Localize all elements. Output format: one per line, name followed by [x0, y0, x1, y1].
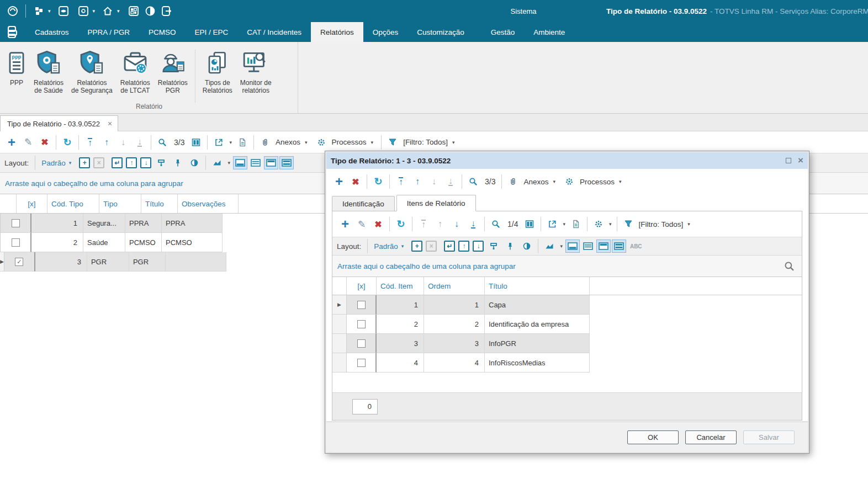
menu-tab-opcoes[interactable]: Opções — [363, 22, 408, 42]
gear-icon[interactable] — [562, 174, 576, 189]
paint-roller-icon[interactable] — [486, 238, 501, 254]
chevron-down-icon[interactable]: ▾ — [609, 221, 612, 227]
chevron-down-icon[interactable]: ▾ — [619, 179, 622, 184]
apps-grid-icon[interactable] — [125, 4, 142, 18]
attachment-icon[interactable] — [506, 174, 520, 189]
paint-roller-icon[interactable] — [154, 155, 168, 171]
menu-tab-ambiente[interactable]: Ambiente — [524, 22, 574, 42]
chevron-down-icon[interactable]: ▾ — [401, 243, 404, 249]
column-header-cod-item[interactable]: Cód. Item — [377, 277, 424, 295]
layout-delete-button[interactable]: × — [93, 157, 104, 168]
ribbon-button-monitor-relatorios[interactable]: Monitor derelatórios — [236, 47, 276, 96]
next-record-button[interactable]: ↓ — [116, 135, 130, 150]
menu-tab-gestao[interactable]: Gestão — [481, 22, 525, 42]
exit-icon[interactable] — [158, 4, 175, 18]
add-button[interactable]: + — [332, 174, 346, 189]
search-button[interactable] — [155, 135, 170, 150]
export-button[interactable] — [545, 216, 559, 232]
last-record-button[interactable]: ↓ — [466, 216, 480, 232]
view-toggle-header[interactable] — [596, 240, 611, 253]
column-header-observacoes[interactable]: Observações — [178, 194, 239, 213]
anexos-label[interactable]: Anexos — [276, 138, 300, 146]
layout-preset-dropdown[interactable]: Padrão — [41, 159, 66, 167]
layout-restore-button[interactable]: ↵ — [112, 157, 123, 168]
close-icon[interactable]: × — [798, 158, 803, 163]
export-button[interactable] — [211, 135, 226, 150]
edit-button[interactable]: ✎ — [21, 135, 35, 150]
row-checkbox[interactable] — [357, 320, 366, 328]
column-header-select[interactable]: [x] — [17, 194, 47, 213]
view-toggle-rows[interactable] — [581, 240, 595, 253]
refresh-button[interactable]: ↻ — [371, 174, 385, 189]
column-header-titulo[interactable]: Título — [141, 194, 178, 213]
search-button[interactable] — [466, 174, 480, 189]
totvs-logo-icon[interactable] — [4, 4, 21, 18]
menu-tab-ppra-pgr[interactable]: PPRA / PGR — [78, 22, 140, 42]
row-checkbox[interactable] — [357, 301, 366, 309]
previous-record-button[interactable]: ↑ — [410, 174, 425, 189]
delete-button[interactable]: ✖ — [38, 135, 52, 150]
chevron-down-icon[interactable]: ▾ — [687, 221, 690, 227]
abc-style-icon[interactable]: ABC — [630, 243, 642, 249]
tab-identificacao[interactable]: Identificação — [332, 196, 395, 211]
delete-button[interactable]: ✖ — [371, 216, 385, 232]
layout-add-button[interactable]: + — [79, 157, 90, 168]
chevron-down-icon[interactable]: ▾ — [452, 140, 455, 145]
ribbon-button-relatorios-pgr[interactable]: RelatóriosPGR — [154, 47, 192, 96]
columns-button[interactable] — [522, 216, 537, 232]
dialog-titlebar[interactable]: Tipo de Relatório: 1 - 3 - 03.9.0522 × — [326, 152, 808, 169]
color-toggle-icon[interactable] — [520, 238, 534, 254]
table-row-current[interactable]: ▶ 1 1 Capa — [332, 295, 590, 315]
layout-download-button[interactable]: ↓ — [473, 241, 484, 252]
view-toggle-header[interactable] — [264, 156, 278, 169]
add-button[interactable]: + — [338, 216, 352, 232]
theme-contrast-icon[interactable] — [142, 4, 158, 18]
last-record-button[interactable]: ↓ — [443, 174, 458, 189]
save-button[interactable]: Salvar — [743, 430, 795, 444]
table-row[interactable]: 4 4 InfoRiscosMedias — [332, 353, 590, 373]
home-icon[interactable] — [99, 4, 116, 18]
row-checkbox[interactable] — [357, 359, 366, 367]
table-row-current[interactable]: ▶ ✓ 3 PGR PGR — [0, 252, 226, 272]
chart-view-button[interactable] — [210, 155, 224, 171]
row-checkbox[interactable] — [357, 339, 366, 348]
ribbon-button-relatorios-seguranca[interactable]: Relatóriosde Segurança — [67, 47, 117, 96]
ribbon-button-relatorios-saude[interactable]: Relatóriosde Saúde — [30, 47, 67, 96]
next-record-button[interactable]: ↓ — [449, 216, 464, 232]
attachment-icon[interactable] — [258, 135, 272, 150]
gear-icon[interactable] — [314, 135, 329, 150]
record-count-box[interactable]: 0 — [352, 399, 378, 414]
table-row[interactable]: 2 2 Identificação da empresa — [332, 315, 590, 334]
pin-icon[interactable] — [171, 155, 185, 171]
view-toggle-bands[interactable] — [279, 156, 294, 169]
chevron-down-icon[interactable]: ▾ — [553, 179, 556, 184]
report-page-button[interactable] — [569, 216, 583, 232]
view-toggle-bands[interactable] — [612, 240, 626, 253]
row-checkbox[interactable] — [12, 219, 20, 227]
tab-itens-de-relatorio[interactable]: Itens de Relatório — [396, 195, 476, 211]
processos-label[interactable]: Processos — [332, 138, 367, 146]
chevron-down-icon[interactable]: ▾ — [117, 8, 120, 14]
filter-label[interactable]: [Filtro: Todos] — [639, 220, 684, 228]
menu-tab-epi-epc[interactable]: EPI / EPC — [186, 22, 238, 42]
layout-delete-button[interactable]: × — [426, 241, 437, 252]
filter-icon[interactable] — [385, 135, 400, 150]
refresh-button[interactable]: ↻ — [60, 135, 75, 150]
column-header-cod-tipo[interactable]: Cód. Tipo — [47, 194, 99, 213]
ribbon-button-ppp[interactable]: ppp PPP — [3, 47, 30, 88]
refresh-window-icon[interactable] — [75, 4, 92, 18]
modules-icon[interactable] — [30, 4, 47, 18]
delete-button[interactable]: ✖ — [348, 174, 363, 189]
menu-tab-customizacao[interactable]: Customização — [407, 22, 474, 42]
column-header-titulo[interactable]: Título — [485, 277, 590, 295]
edit-button[interactable]: ✎ — [354, 216, 369, 232]
view-toggle-rows[interactable] — [248, 156, 263, 169]
columns-button[interactable] — [189, 135, 203, 150]
menu-tab-cat-incidentes[interactable]: CAT / Incidentes — [237, 22, 311, 42]
next-record-button[interactable]: ↓ — [427, 174, 441, 189]
table-row[interactable]: 1 Segura... PPRA PPRA — [0, 214, 226, 233]
layout-restore-button[interactable]: ↵ — [444, 241, 455, 252]
chevron-down-icon[interactable]: ▾ — [563, 221, 565, 227]
maximize-icon[interactable] — [786, 158, 791, 163]
layout-add-button[interactable]: + — [411, 241, 422, 252]
